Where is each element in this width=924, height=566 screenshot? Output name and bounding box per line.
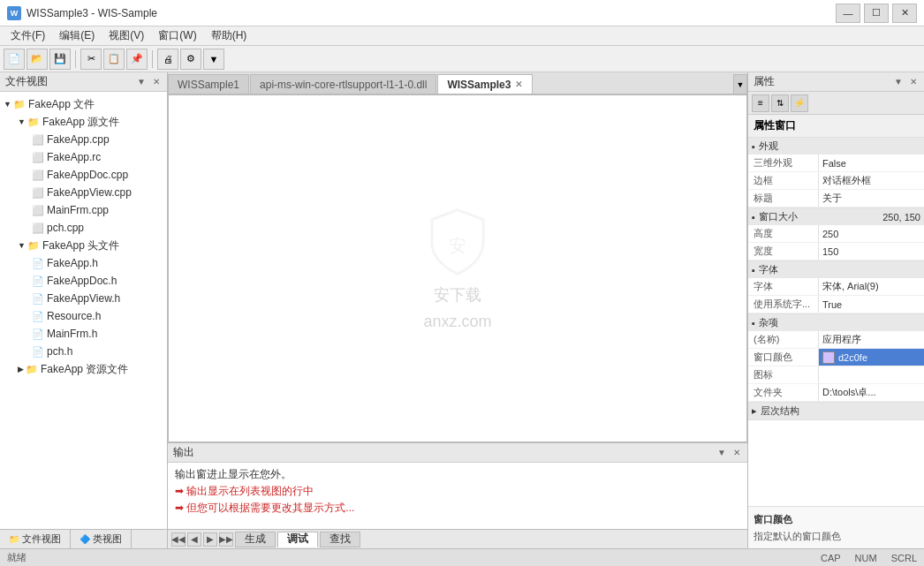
editor-area: 安 安下载 anxz.com bbox=[168, 94, 747, 442]
section-font-label: 字体 bbox=[759, 263, 778, 276]
section-appearance-collapse: ▪ bbox=[752, 141, 755, 152]
prop-name-width: 宽度 bbox=[748, 243, 819, 260]
tree-item[interactable]: ▼📁FakeApp 头文件 bbox=[0, 237, 167, 254]
watermark-text1: 安下载 bbox=[434, 284, 481, 306]
toolbar-print[interactable]: 🖨 bbox=[157, 49, 178, 70]
nav-first[interactable]: ◀◀ bbox=[171, 532, 186, 547]
toolbar-extra[interactable]: ▼ bbox=[203, 49, 224, 70]
menu-window[interactable]: 窗口(W) bbox=[151, 26, 203, 45]
tree-item[interactable]: 📄FakeAppView.h bbox=[0, 290, 167, 307]
tab-class-view-label: 类视图 bbox=[93, 532, 122, 546]
tab-class-view[interactable]: 🔷 类视图 bbox=[71, 530, 132, 548]
minimize-button[interactable]: — bbox=[836, 4, 860, 23]
output-content: 输出窗进止显示在您外。 ➡ 输出显示在列表视图的行中 ➡ 但您可以根据需要更改其… bbox=[168, 463, 747, 529]
toolbar-copy[interactable]: 📋 bbox=[103, 49, 125, 70]
prop-row-title: 标题 关于 bbox=[748, 190, 924, 208]
section-appearance-header[interactable]: ▪ 外观 bbox=[748, 138, 924, 155]
section-hierarchy-label: 层次结构 bbox=[761, 404, 799, 418]
tree-item[interactable]: 📄Resource.h bbox=[0, 307, 167, 325]
file-panel-pin[interactable]: ▼ bbox=[135, 77, 148, 87]
tree-item[interactable]: 📄pch.h bbox=[0, 343, 167, 360]
output-close[interactable]: ✕ bbox=[731, 448, 742, 457]
prop-val-wndcolor[interactable]: d2c0fe bbox=[819, 349, 924, 366]
props-header-controls: ▼ ✕ bbox=[892, 77, 919, 87]
status-bar: 就绪 CAP NUM SCRL bbox=[0, 548, 924, 566]
file-tree: ▼📁FakeApp 文件▼📁FakeApp 源文件⬜FakeApp.cpp⬜Fa… bbox=[0, 92, 167, 529]
menu-view[interactable]: 视图(V) bbox=[102, 26, 151, 45]
tree-item[interactable]: ⬜MainFrm.cpp bbox=[0, 201, 167, 219]
toolbar-open[interactable]: 📂 bbox=[27, 49, 48, 70]
prop-val-title[interactable]: 关于 bbox=[819, 190, 924, 207]
tab-wissample1[interactable]: WISSample1 bbox=[168, 74, 249, 94]
nav-next[interactable]: ▶ bbox=[203, 532, 217, 547]
props-close[interactable]: ✕ bbox=[908, 77, 919, 87]
tree-item[interactable]: 📄MainFrm.h bbox=[0, 325, 167, 343]
section-size-header[interactable]: ▪ 窗口大小 250, 150 bbox=[748, 208, 924, 225]
nav-last[interactable]: ▶▶ bbox=[219, 532, 233, 547]
output-tab-debug[interactable]: 调试 bbox=[277, 532, 318, 547]
tree-item[interactable]: 📄FakeApp.h bbox=[0, 254, 167, 272]
close-button[interactable]: ✕ bbox=[892, 4, 917, 23]
tab-api-dll[interactable]: api-ms-win-core-rtlsupport-l1-1-0.dll bbox=[250, 74, 436, 94]
prop-name-3d: 三维外观 bbox=[748, 155, 819, 171]
section-hierarchy-header[interactable]: ▸ 层次结构 bbox=[748, 403, 924, 419]
toolbar-cut[interactable]: ✂ bbox=[80, 49, 102, 70]
tree-item[interactable]: 📄FakeAppDoc.h bbox=[0, 272, 167, 290]
tree-item[interactable]: ⬜FakeAppView.cpp bbox=[0, 184, 167, 201]
prop-row-width: 宽度 150 bbox=[748, 243, 924, 260]
props-dropdown[interactable]: ▼ bbox=[892, 77, 905, 87]
toolbar-paste[interactable]: 📌 bbox=[126, 49, 148, 70]
prop-row-wndcolor[interactable]: 窗口颜色 d2c0fe bbox=[748, 349, 924, 366]
menu-edit[interactable]: 编辑(E) bbox=[52, 26, 102, 45]
tab-close-btn[interactable]: ✕ bbox=[514, 79, 523, 89]
props-tool-list[interactable]: ≡ bbox=[752, 94, 769, 112]
prop-val-sysfont[interactable]: True bbox=[819, 296, 924, 313]
prop-val-height[interactable]: 250 bbox=[819, 225, 924, 242]
watermark-text2: anxz.com bbox=[423, 313, 491, 331]
section-font-header[interactable]: ▪ 字体 bbox=[748, 261, 924, 278]
watermark: 安 安下载 anxz.com bbox=[422, 207, 493, 331]
tree-item[interactable]: ⬜FakeApp.rc bbox=[0, 148, 167, 166]
prop-row-sysfont: 使用系统字... True bbox=[748, 296, 924, 313]
prop-row-name: (名称) 应用程序 bbox=[748, 331, 924, 349]
tab-wissample3[interactable]: WISSample3 ✕ bbox=[437, 74, 533, 94]
prop-row-border: 边框 对话框外框 bbox=[748, 172, 924, 190]
output-tab-find[interactable]: 查找 bbox=[320, 532, 360, 547]
menu-help[interactable]: 帮助(H) bbox=[204, 26, 254, 45]
section-hierarchy-collapse: ▸ bbox=[752, 405, 757, 417]
tree-item[interactable]: ⬜pch.cpp bbox=[0, 219, 167, 237]
props-tool-events[interactable]: ⚡ bbox=[791, 94, 808, 112]
prop-val-width[interactable]: 150 bbox=[819, 243, 924, 260]
class-view-icon: 🔷 bbox=[80, 534, 90, 544]
tab-dropdown-btn[interactable]: ▼ bbox=[733, 74, 747, 94]
window-controls: — ☐ ✕ bbox=[836, 4, 917, 23]
tree-item[interactable]: ▼📁FakeApp 文件 bbox=[0, 95, 167, 113]
nav-prev[interactable]: ◀ bbox=[187, 532, 201, 547]
tab-file-view[interactable]: 📁 文件视图 bbox=[0, 530, 71, 548]
tree-item[interactable]: ⬜FakeAppDoc.cpp bbox=[0, 166, 167, 184]
file-panel-close[interactable]: ✕ bbox=[151, 77, 162, 87]
title-text: WISSample3 - WIS-Sample bbox=[27, 7, 836, 19]
prop-val-border[interactable]: 对话框外框 bbox=[819, 172, 924, 189]
output-pin[interactable]: ▼ bbox=[716, 448, 728, 457]
toolbar-save[interactable]: 💾 bbox=[49, 49, 71, 70]
prop-name-border: 边框 bbox=[748, 172, 819, 189]
tree-item[interactable]: ⬜FakeApp.cpp bbox=[0, 131, 167, 148]
maximize-button[interactable]: ☐ bbox=[864, 4, 889, 23]
prop-val-3d[interactable]: False bbox=[819, 155, 924, 171]
center-panel: WISSample1 api-ms-win-core-rtlsupport-l1… bbox=[168, 72, 747, 548]
prop-val-name[interactable]: 应用程序 bbox=[819, 331, 924, 348]
tree-item[interactable]: ▶📁FakeApp 资源文件 bbox=[0, 360, 167, 378]
prop-val-icon[interactable] bbox=[819, 366, 924, 383]
output-title: 输出 bbox=[173, 445, 194, 460]
toolbar-settings[interactable]: ⚙ bbox=[180, 49, 201, 70]
props-tool-sort[interactable]: ⇅ bbox=[771, 94, 789, 112]
output-panel: 输出 ▼ ✕ 输出窗进止显示在您外。 ➡ 输出显示在列表视图的行中 ➡ 但您可以… bbox=[168, 442, 747, 548]
prop-val-font[interactable]: 宋体, Arial(9) bbox=[819, 278, 924, 295]
menu-file[interactable]: 文件(F) bbox=[4, 26, 52, 45]
toolbar-new[interactable]: 📄 bbox=[4, 49, 25, 70]
tree-item[interactable]: ▼📁FakeApp 源文件 bbox=[0, 113, 167, 131]
section-misc-header[interactable]: ▪ 杂项 bbox=[748, 314, 924, 331]
output-tab-build[interactable]: 生成 bbox=[235, 532, 276, 547]
prop-val-folder[interactable]: D:\tools\卓... bbox=[819, 384, 924, 401]
